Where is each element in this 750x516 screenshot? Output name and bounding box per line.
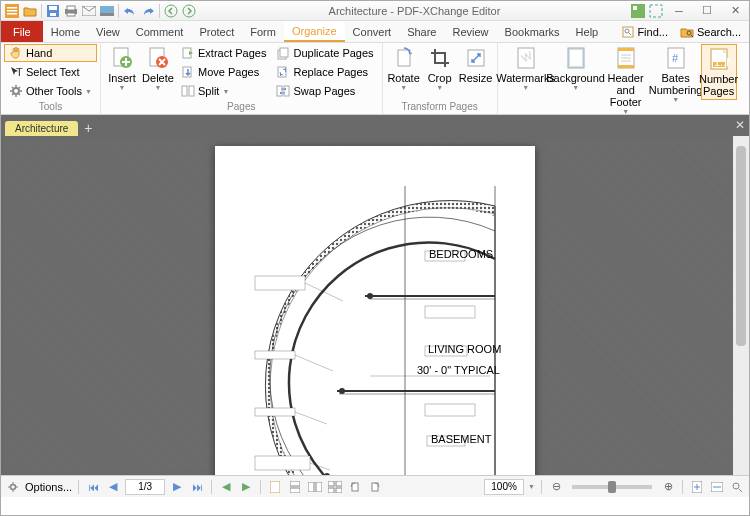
other-tools[interactable]: Other Tools ▼ bbox=[4, 82, 97, 100]
replace-pages-button[interactable]: Replace Pages bbox=[271, 63, 378, 81]
undo-icon[interactable] bbox=[121, 2, 139, 20]
swap-pages-button[interactable]: Swap Pages bbox=[271, 82, 378, 100]
open-icon[interactable] bbox=[21, 2, 39, 20]
nav-back-icon[interactable]: ◀ bbox=[218, 479, 234, 495]
redo-icon[interactable] bbox=[139, 2, 157, 20]
svg-rect-36 bbox=[277, 86, 282, 96]
move-pages-button[interactable]: Move Pages bbox=[176, 63, 271, 81]
svg-line-72 bbox=[295, 412, 327, 424]
last-page-icon[interactable]: ⏭ bbox=[189, 479, 205, 495]
app-menu-icon[interactable] bbox=[3, 2, 21, 20]
search-button[interactable]: Search... bbox=[676, 26, 745, 38]
bates-numbering-button[interactable]: #Bates Numbering▼ bbox=[651, 44, 701, 106]
tab-comment[interactable]: Comment bbox=[128, 21, 192, 42]
window-title: Architecture - PDF-XChange Editor bbox=[200, 5, 629, 17]
zoom-in-icon[interactable]: ⊕ bbox=[660, 479, 676, 495]
number-pages-button[interactable]: 1..NNumber Pages bbox=[701, 44, 737, 100]
fullscreen-icon[interactable] bbox=[647, 2, 665, 20]
document-tab[interactable]: Architecture bbox=[5, 121, 78, 136]
delete-pages-button[interactable]: Delete▼ bbox=[140, 44, 176, 94]
nav-forward-icon[interactable] bbox=[180, 2, 198, 20]
tab-view[interactable]: View bbox=[88, 21, 128, 42]
insert-pages-button[interactable]: Insert▼ bbox=[104, 44, 140, 94]
svg-rect-3 bbox=[7, 13, 17, 15]
new-tab-button[interactable]: + bbox=[78, 120, 98, 136]
tab-bookmarks[interactable]: Bookmarks bbox=[497, 21, 568, 42]
svg-rect-9 bbox=[67, 13, 75, 16]
resize-button[interactable]: Resize bbox=[458, 44, 494, 86]
rotate-button[interactable]: Rotate▼ bbox=[386, 44, 422, 94]
page-input[interactable] bbox=[125, 479, 165, 495]
email-icon[interactable] bbox=[80, 2, 98, 20]
ribbon: Hand TSelect Text Other Tools ▼ Tools In… bbox=[1, 43, 749, 115]
tab-help[interactable]: Help bbox=[568, 21, 607, 42]
extract-pages-button[interactable]: Extract Pages bbox=[176, 44, 271, 62]
prev-page-icon[interactable]: ◀ bbox=[105, 479, 121, 495]
tab-convert[interactable]: Convert bbox=[345, 21, 400, 42]
maximize-button[interactable]: ☐ bbox=[693, 2, 721, 20]
svg-point-97 bbox=[733, 483, 739, 489]
file-tab[interactable]: File bbox=[1, 21, 43, 42]
zoom-actual-icon[interactable] bbox=[729, 479, 745, 495]
status-bar: Options... ⏮ ◀ ▶ ⏭ ◀ ▶ ▼ ⊖ ⊕ bbox=[1, 475, 749, 497]
print-icon[interactable] bbox=[62, 2, 80, 20]
svg-point-79 bbox=[339, 388, 345, 394]
rotate-cw-icon[interactable] bbox=[367, 479, 383, 495]
background-button[interactable]: Background▼ bbox=[551, 44, 601, 94]
layout-two-icon[interactable] bbox=[307, 479, 323, 495]
svg-rect-43 bbox=[570, 50, 582, 66]
rotate-ccw-icon[interactable] bbox=[347, 479, 363, 495]
layout-continuous-icon[interactable] bbox=[287, 479, 303, 495]
hand-tool[interactable]: Hand bbox=[4, 44, 97, 62]
zoom-out-icon[interactable]: ⊖ bbox=[548, 479, 564, 495]
quick-access-toolbar bbox=[1, 2, 200, 20]
tab-organize[interactable]: Organize bbox=[284, 21, 345, 42]
layout-single-icon[interactable] bbox=[267, 479, 283, 495]
group-tools: Hand TSelect Text Other Tools ▼ Tools bbox=[1, 43, 101, 114]
svg-text:1..N: 1..N bbox=[714, 56, 731, 68]
layout-two-cont-icon[interactable] bbox=[327, 479, 343, 495]
tab-review[interactable]: Review bbox=[444, 21, 496, 42]
watermarks-button[interactable]: WWatermarks▼ bbox=[501, 44, 551, 94]
crop-button[interactable]: Crop▼ bbox=[422, 44, 458, 94]
minimize-button[interactable]: ─ bbox=[665, 2, 693, 20]
svg-rect-38 bbox=[398, 50, 410, 66]
group-page-marks: WWatermarks▼ Background▼ Header and Foot… bbox=[498, 43, 740, 114]
fit-width-icon[interactable] bbox=[709, 479, 725, 495]
options-label[interactable]: Options... bbox=[25, 481, 72, 493]
tab-home[interactable]: Home bbox=[43, 21, 88, 42]
close-button[interactable]: ✕ bbox=[721, 2, 749, 20]
split-pages-button[interactable]: Split ▼ bbox=[176, 82, 271, 100]
svg-rect-73 bbox=[255, 456, 310, 470]
ui-options-icon[interactable] bbox=[629, 2, 647, 20]
zoom-input[interactable] bbox=[484, 479, 524, 495]
svg-rect-1 bbox=[7, 7, 17, 9]
tab-protect[interactable]: Protect bbox=[191, 21, 242, 42]
svg-rect-86 bbox=[290, 488, 300, 493]
next-page-icon[interactable]: ▶ bbox=[169, 479, 185, 495]
svg-rect-17 bbox=[650, 5, 662, 17]
scan-icon[interactable] bbox=[98, 2, 116, 20]
svg-rect-16 bbox=[633, 6, 637, 10]
tab-share[interactable]: Share bbox=[399, 21, 444, 42]
svg-rect-6 bbox=[50, 13, 56, 16]
group-pages: Insert▼ Delete▼ Extract Pages Move Pages… bbox=[101, 43, 383, 114]
duplicate-pages-button[interactable]: Duplicate Pages bbox=[271, 44, 378, 62]
zoom-slider[interactable] bbox=[572, 485, 652, 489]
options-gear-icon[interactable] bbox=[5, 479, 21, 495]
svg-rect-91 bbox=[328, 488, 334, 493]
nav-back-icon[interactable] bbox=[162, 2, 180, 20]
svg-rect-88 bbox=[316, 482, 322, 492]
select-text-tool[interactable]: TSelect Text bbox=[4, 63, 97, 81]
save-icon[interactable] bbox=[44, 2, 62, 20]
nav-forward-icon[interactable]: ▶ bbox=[238, 479, 254, 495]
document-viewport[interactable]: BEDROOMS LIVING ROOM BASEMENT bbox=[1, 136, 749, 475]
header-footer-button[interactable]: Header and Footer▼ bbox=[601, 44, 651, 118]
find-button[interactable]: Find... bbox=[618, 26, 672, 38]
tab-form[interactable]: Form bbox=[242, 21, 284, 42]
close-tab-button[interactable]: ✕ bbox=[735, 118, 745, 132]
fit-page-icon[interactable] bbox=[689, 479, 705, 495]
svg-rect-2 bbox=[7, 10, 17, 12]
vertical-scrollbar[interactable] bbox=[733, 136, 749, 475]
first-page-icon[interactable]: ⏮ bbox=[85, 479, 101, 495]
